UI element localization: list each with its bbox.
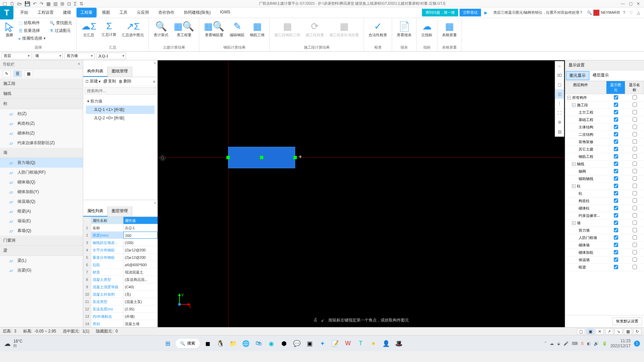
show-element-checkbox[interactable] [614, 139, 618, 144]
show-name-checkbox[interactable] [633, 235, 637, 240]
nav-item[interactable]: ▱剪力墙(Q) [0, 158, 83, 168]
task-icon[interactable]: 🛍 [253, 338, 264, 349]
clock[interactable]: 11:232022/12/17 [610, 339, 631, 348]
subcategory-select[interactable]: 剪力墙 [64, 53, 95, 59]
nav-item[interactable]: ▱连梁(G) [0, 265, 83, 275]
show-name-checkbox[interactable] [633, 257, 637, 262]
status-tool-icon[interactable]: ↗ [605, 328, 613, 335]
qat-icon[interactable]: 🗁 [17, 1, 22, 6]
nav-section[interactable]: 柱 [0, 99, 83, 109]
batch-select-button[interactable]: ☰批量选择 [17, 27, 47, 34]
display-row[interactable]: − 柱 [565, 183, 644, 190]
display-row[interactable]: − 墙 [565, 220, 644, 227]
show-element-checkbox[interactable] [614, 257, 618, 262]
component-item[interactable]: JLQ-2 <0> [外墙] [86, 114, 155, 122]
view-report-button[interactable]: 📄查看报表 [395, 19, 414, 39]
property-row[interactable]: 7材质现浇混凝土 [83, 268, 158, 276]
nav-tool-icon[interactable]: ✎ [3, 70, 11, 77]
show-element-checkbox[interactable] [614, 191, 618, 195]
show-name-checkbox[interactable] [633, 206, 637, 210]
nav-item[interactable]: ▱保温墙(Q) [0, 197, 83, 206]
nav-tool-icon[interactable]: ▦ [24, 70, 33, 77]
menu-tab[interactable]: 建模 [59, 8, 75, 17]
summary-selected-button[interactable]: ↗Σ汇总选中图元 [120, 19, 146, 39]
notification-icon[interactable]: ♡ [628, 10, 634, 15]
property-row[interactable]: 1名称JLQ-1 [83, 224, 158, 232]
category-select[interactable]: 墙 [33, 53, 63, 59]
property-row[interactable]: 11泵送类型(混凝土泵) [83, 298, 158, 305]
rebar-3d-button[interactable]: ▦钢筋三维 [248, 19, 267, 39]
show-name-checkbox[interactable] [633, 213, 637, 218]
display-row[interactable]: 主体结构 [565, 124, 644, 131]
menu-tab[interactable]: 开始 [16, 8, 32, 17]
grip-handle[interactable] [260, 156, 263, 159]
display-row[interactable]: 轴网 [565, 168, 644, 175]
display-row[interactable]: 钢筋工程 [565, 153, 644, 161]
show-element-checkbox[interactable] [614, 132, 618, 136]
nav-section[interactable]: 轴线 [0, 89, 83, 99]
display-row[interactable]: 其它土建 [565, 146, 644, 153]
show-name-checkbox[interactable] [633, 103, 637, 107]
help-question[interactable]: 类层三维显示图元/轴网有错位，位置不对应如何处理？ [491, 10, 586, 15]
qat-icon[interactable]: 💾 [24, 1, 30, 6]
copy-button[interactable]: 🗐 复制 [103, 78, 116, 84]
qat-icon[interactable]: ⇅ [79, 1, 84, 6]
component-select[interactable]: JLQ-1 [96, 53, 126, 59]
new-button[interactable]: 🗋 新建 ▾ [85, 78, 101, 84]
summary-calc-button[interactable]: Σ汇总计算 [100, 19, 118, 39]
show-name-checkbox[interactable] [633, 228, 637, 232]
nav-item[interactable]: ▱柱(Z) [0, 109, 83, 119]
status-tool-icon[interactable]: ↻ [633, 328, 641, 335]
show-element-checkbox[interactable] [614, 265, 618, 269]
show-element-checkbox[interactable] [614, 250, 618, 254]
property-row[interactable]: 12泵送高度(m)(2.95) [83, 305, 158, 313]
property-row[interactable]: 9混凝土强度等级(C40) [83, 283, 158, 291]
task-icon[interactable]: 👤 [381, 338, 391, 349]
show-element-checkbox[interactable] [614, 162, 618, 166]
show-element-checkbox[interactable] [614, 243, 618, 247]
show-element-checkbox[interactable] [614, 110, 618, 114]
show-name-checkbox[interactable] [633, 265, 637, 269]
search-icon[interactable]: 🔍 [587, 10, 592, 15]
display-row[interactable]: 辅助轴线 [565, 175, 644, 183]
select-tool[interactable]: 选择 [3, 19, 16, 40]
show-name-checkbox[interactable] [633, 243, 637, 247]
nav-item[interactable]: ▱暗梁(A) [0, 206, 83, 216]
show-element-checkbox[interactable] [614, 95, 618, 100]
close-icon[interactable]: × [78, 62, 80, 67]
show-name-checkbox[interactable] [633, 139, 637, 144]
display-row[interactable]: 构造柱 [565, 197, 644, 205]
task-icon[interactable]: ◼ [202, 338, 213, 349]
edit-rebar-button[interactable]: ✎编辑钢筋 [228, 19, 247, 39]
view-tool-icon[interactable]: ▤ [555, 127, 564, 136]
nav-item[interactable]: ▱约束边缘非阴影区(Z) [0, 138, 83, 148]
tray-icon[interactable]: ◐ [587, 341, 590, 346]
redo-icon[interactable]: ↷ [40, 1, 44, 6]
grip-handle[interactable] [226, 156, 230, 159]
tab-property-list[interactable]: 属性列表 [83, 206, 108, 217]
minimize-icon[interactable]: — [621, 1, 625, 6]
show-element-checkbox[interactable] [614, 221, 618, 225]
check-formula-button[interactable]: 🔍查计算式 [152, 19, 170, 39]
view-tool-icon[interactable]: ▢ [555, 80, 564, 89]
display-row[interactable]: 剪力墙 [565, 227, 644, 234]
tab-element-display[interactable]: 图元显示 [566, 71, 589, 80]
nav-section[interactable]: 门窗洞 [0, 236, 83, 246]
promo-try-button[interactable]: 立即尝试 [460, 9, 481, 16]
property-row[interactable]: 2厚度(mm)200 [83, 232, 158, 239]
qat-icon[interactable]: ⊡ [67, 1, 71, 6]
view-tool-icon[interactable]: ⚙ [555, 118, 564, 127]
display-row[interactable]: 装饰装修 [565, 138, 644, 146]
show-element-checkbox[interactable] [614, 176, 618, 181]
nav-item[interactable]: ▱砌体柱(Z) [0, 128, 83, 138]
task-icon[interactable]: ▣ [304, 338, 315, 349]
property-row[interactable]: 14类别混凝土墙 [83, 320, 158, 327]
display-row[interactable]: 暗梁 [565, 264, 644, 271]
show-name-checkbox[interactable] [633, 250, 637, 254]
close-icon[interactable]: ✕ [637, 1, 640, 6]
property-row[interactable]: 10混凝土外加剂(无) [83, 291, 158, 298]
menu-tab[interactable]: IGMS [216, 8, 234, 17]
display-row[interactable]: 保温墙 [565, 256, 644, 264]
grip-handle[interactable] [293, 156, 297, 159]
show-name-checkbox[interactable] [633, 125, 637, 129]
